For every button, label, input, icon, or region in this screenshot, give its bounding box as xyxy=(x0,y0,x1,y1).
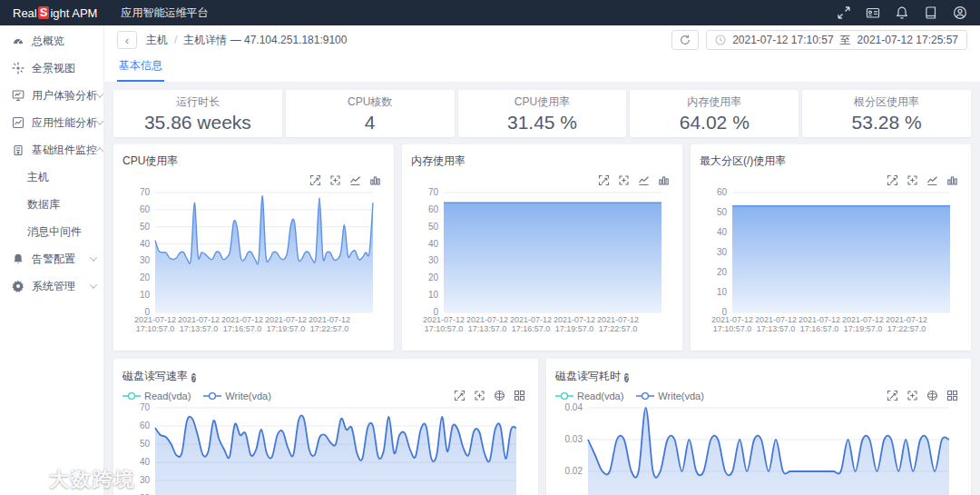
back-button[interactable]: ‹ xyxy=(117,31,137,49)
breadcrumb: ‹ 主机 / 主机详情 — 47.104.251.181:9100 2021-0… xyxy=(104,25,980,54)
chart-title: 内存使用率 xyxy=(411,153,466,169)
svg-text:2021-07-1217:22:57.0: 2021-07-1217:22:57.0 xyxy=(309,315,350,333)
tiled-icon[interactable] xyxy=(946,390,958,401)
sidebar-item-alarm-config[interactable]: 告警配置 xyxy=(0,245,103,272)
chart-plot[interactable]: 00.010.020.030.04 xyxy=(555,403,962,495)
chart-plot[interactable]: 010203040506070 xyxy=(122,403,529,495)
svg-text:2021-07-1217:16:57.0: 2021-07-1217:16:57.0 xyxy=(799,315,840,333)
svg-text:0.03: 0.03 xyxy=(565,434,583,444)
sidebar-item-message-middleware[interactable]: 消息中间件 xyxy=(0,218,103,245)
brand-accent: S xyxy=(38,6,50,19)
bar-chart-icon[interactable] xyxy=(658,174,670,186)
sidebar-item-system-management[interactable]: 系统管理 xyxy=(0,272,103,300)
svg-text:2021-07-1217:13:57.0: 2021-07-1217:13:57.0 xyxy=(178,315,220,333)
svg-text:2021-07-1217:10:57.0: 2021-07-1217:10:57.0 xyxy=(134,315,176,333)
svg-text:2021-07-1217:13:57.0: 2021-07-1217:13:57.0 xyxy=(755,315,797,333)
breadcrumb-root[interactable]: 主机 xyxy=(146,33,168,48)
legend-item[interactable]: Read(vda) xyxy=(555,391,623,401)
chart-plot[interactable]: 0102030405060702021-07-1217:10:57.02021-… xyxy=(122,188,385,340)
breadcrumb-separator: / xyxy=(174,34,177,46)
zoom-icon[interactable] xyxy=(887,174,898,186)
svg-text:40: 40 xyxy=(140,457,151,467)
sidebar: 总概览 全景视图 用户体验分析 应用性能分析 基础组件监控 主机 数据库 消息中… xyxy=(0,25,104,495)
time-range-picker[interactable]: 2021-07-12 17:10:57 至 2021-07-12 17:25:5… xyxy=(706,30,967,50)
zoom-icon[interactable] xyxy=(309,174,321,186)
expand-icon[interactable] xyxy=(837,5,851,20)
zoom-icon[interactable] xyxy=(887,390,898,401)
svg-text:2021-07-1217:19:57.0: 2021-07-1217:19:57.0 xyxy=(554,315,595,333)
legend-item[interactable]: Write(vda) xyxy=(203,391,271,401)
chart-title: CPU使用率 xyxy=(122,153,178,169)
svg-text:10: 10 xyxy=(428,290,439,300)
svg-text:60: 60 xyxy=(140,204,151,214)
line-chart-icon[interactable] xyxy=(638,174,650,186)
sidebar-item-database[interactable]: 数据库 xyxy=(0,191,103,218)
sidebar-label: 全景视图 xyxy=(32,61,75,76)
tab-basic-info[interactable]: 基本信息 xyxy=(117,54,164,82)
sidebar-item-component-monitor[interactable]: 基础组件监控 xyxy=(0,136,103,163)
sphere-icon[interactable] xyxy=(926,390,938,401)
bell-icon[interactable] xyxy=(895,5,909,20)
chevron-down-icon xyxy=(90,253,97,261)
panorama-icon xyxy=(12,62,24,74)
brand-logo[interactable]: RealSight APM xyxy=(13,6,97,20)
line-chart-icon[interactable] xyxy=(926,174,938,186)
svg-text:50: 50 xyxy=(140,222,151,232)
svg-text:30: 30 xyxy=(140,475,151,485)
zoom-icon[interactable] xyxy=(454,390,466,401)
help-icon[interactable]: ? xyxy=(191,373,196,382)
sidebar-item-user-experience[interactable]: 用户体验分析 xyxy=(0,82,103,109)
restore-icon[interactable] xyxy=(474,390,485,401)
help-icon[interactable]: ? xyxy=(624,373,629,382)
brand-pre: Real xyxy=(13,6,37,20)
manual-icon[interactable] xyxy=(924,5,938,20)
svg-text:2021-07-1217:10:57.0: 2021-07-1217:10:57.0 xyxy=(423,315,465,333)
range-to-label: 至 xyxy=(840,33,851,48)
restore-icon[interactable] xyxy=(329,174,341,186)
restore-icon[interactable] xyxy=(618,174,630,186)
app-performance-icon xyxy=(12,116,24,129)
id-card-icon[interactable] xyxy=(866,5,880,20)
zoom-icon[interactable] xyxy=(598,174,610,186)
refresh-button[interactable] xyxy=(671,30,699,50)
user-icon[interactable] xyxy=(953,5,967,20)
legend-item[interactable]: Write(vda) xyxy=(636,391,704,401)
svg-text:2021-07-1217:16:57.0: 2021-07-1217:16:57.0 xyxy=(510,315,552,333)
sidebar-item-host[interactable]: 主机 xyxy=(0,163,103,191)
sidebar-label: 用户体验分析 xyxy=(32,88,97,104)
svg-text:2021-07-1217:10:57.0: 2021-07-1217:10:57.0 xyxy=(711,315,753,333)
restore-icon[interactable] xyxy=(906,390,918,401)
svg-text:60: 60 xyxy=(717,188,728,197)
component-monitor-icon xyxy=(12,144,24,156)
svg-text:2021-07-1217:22:57.0: 2021-07-1217:22:57.0 xyxy=(597,315,639,333)
chevron-down-icon xyxy=(96,117,103,124)
line-chart-icon[interactable] xyxy=(349,174,361,186)
sidebar-item-app-performance[interactable]: 应用性能分析 xyxy=(0,109,103,136)
sphere-icon[interactable] xyxy=(494,390,505,401)
range-end: 2021-07-12 17:25:57 xyxy=(858,34,958,46)
user-experience-icon xyxy=(12,89,24,102)
tiled-icon[interactable] xyxy=(514,390,525,401)
chevron-down-icon xyxy=(96,90,103,97)
sidebar-item-overview[interactable]: 总概览 xyxy=(0,27,103,54)
sidebar-label: 应用性能分析 xyxy=(32,115,97,131)
bar-chart-icon[interactable] xyxy=(946,174,958,186)
restore-icon[interactable] xyxy=(906,174,918,186)
svg-text:70: 70 xyxy=(140,188,151,197)
legend-item[interactable]: Read(vda) xyxy=(122,391,191,401)
svg-text:10: 10 xyxy=(717,287,728,297)
stat-cpu-cores: CPU核数 4 xyxy=(286,90,455,137)
product-title: 应用智能运维平台 xyxy=(121,5,208,21)
svg-text:70: 70 xyxy=(428,188,439,197)
svg-text:60: 60 xyxy=(140,421,151,431)
svg-text:30: 30 xyxy=(428,255,439,265)
sidebar-item-panorama[interactable]: 全景视图 xyxy=(0,54,103,82)
tab-bar: 基本信息 xyxy=(104,54,980,82)
top-navbar: RealSight APM 应用智能运维平台 xyxy=(0,0,980,25)
chart-plot[interactable]: 0102030405060702021-07-1217:10:57.02021-… xyxy=(411,188,673,340)
chart-plot[interactable]: 01020304050602021-07-1217:10:57.02021-07… xyxy=(700,188,962,340)
svg-text:60: 60 xyxy=(428,204,439,214)
svg-text:20: 20 xyxy=(428,272,439,282)
bar-chart-icon[interactable] xyxy=(369,174,381,186)
svg-text:2021-07-1217:16:57.0: 2021-07-1217:16:57.0 xyxy=(221,315,263,333)
